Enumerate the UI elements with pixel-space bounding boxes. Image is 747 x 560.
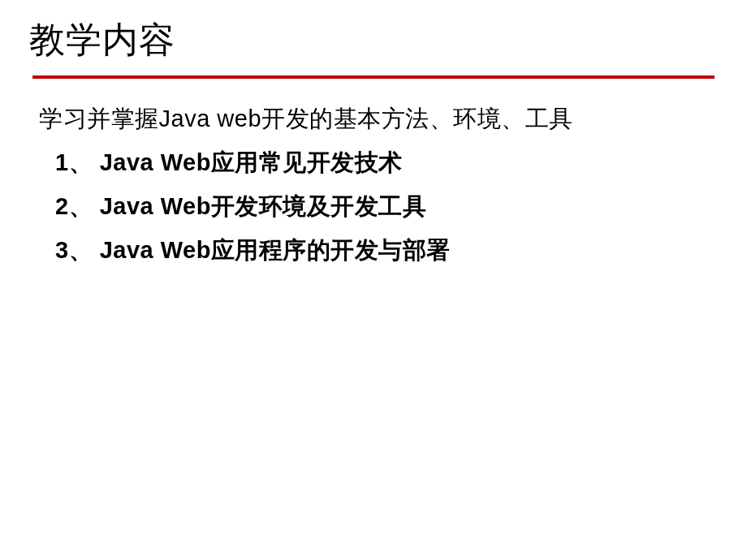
slide-title: 教学内容 [29,16,715,64]
list-item: 1、 Java Web应用常见开发技术 [39,147,715,179]
list-item: 2、 Java Web开发环境及开发工具 [39,191,715,223]
title-divider [32,75,715,79]
content-area: 学习并掌握Java web开发的基本方法、环境、工具 1、 Java Web应用… [32,103,715,267]
slide-container: 教学内容 学习并掌握Java web开发的基本方法、环境、工具 1、 Java … [0,0,747,560]
list-item: 3、 Java Web应用程序的开发与部署 [39,235,715,267]
intro-text: 学习并掌握Java web开发的基本方法、环境、工具 [39,103,715,136]
